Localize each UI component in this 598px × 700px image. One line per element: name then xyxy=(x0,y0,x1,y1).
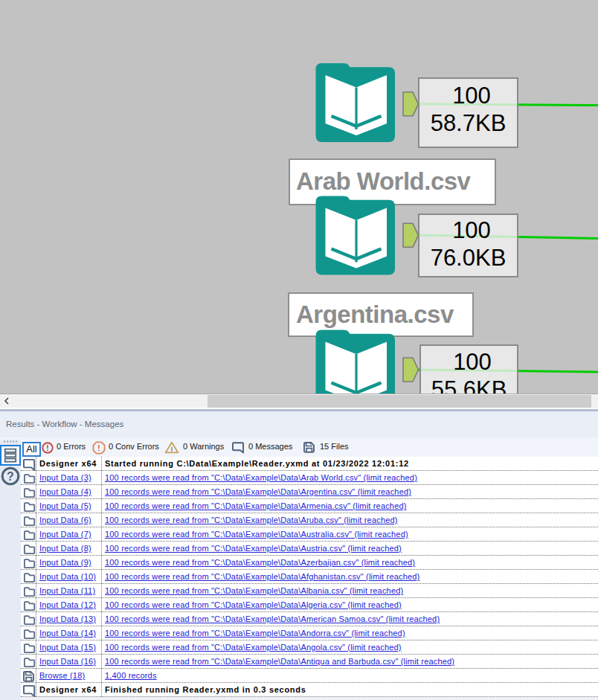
svg-text:!: ! xyxy=(97,444,100,452)
svg-text:?: ? xyxy=(7,470,14,483)
svg-text:!: ! xyxy=(171,446,173,453)
svg-text:!: ! xyxy=(46,444,48,452)
